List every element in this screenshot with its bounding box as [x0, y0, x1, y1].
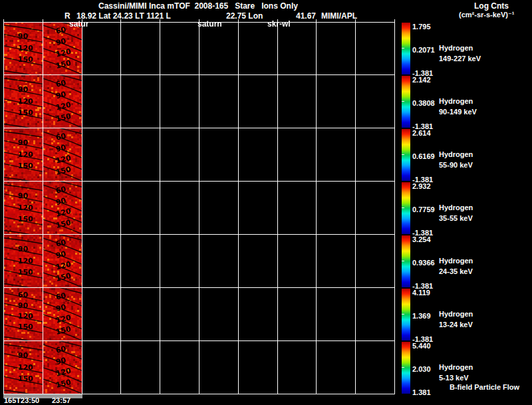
panel-energy-label: 90-149 keV — [439, 108, 477, 116]
event-label: satur — [69, 20, 88, 27]
grid-line-vertical — [394, 22, 395, 394]
colorbar-mid-label: 1.369 — [412, 313, 431, 320]
ephemeris-values: 18.92 Lat 24.23 LT 1121 L — [76, 12, 171, 20]
colorbar-max-label: 5.440 — [412, 342, 431, 350]
grid-line-vertical — [316, 22, 317, 394]
plot-title: Cassini/MIMI Inca mTOF 2008-165 Stare Io… — [98, 2, 298, 10]
colorbar-mid-label: 0.3808 — [412, 100, 435, 107]
colorbar — [402, 23, 410, 74]
colorbar-mid-label: 0.2071 — [412, 47, 435, 54]
time-tick-label: 23:57 — [52, 397, 70, 404]
grid-line-vertical — [3, 22, 4, 394]
panel-energy-label: 24-35 keV — [439, 268, 473, 275]
event-label: saturn — [198, 20, 222, 27]
panel-species-label: Hydrogen — [439, 257, 473, 265]
panel-species-label: Hydrogen — [439, 45, 473, 52]
grid-line-vertical — [238, 22, 239, 394]
grid-line-vertical — [160, 22, 160, 394]
grid-line-vertical — [199, 22, 200, 394]
event-label: skr-wl — [267, 20, 291, 27]
grid-line-vertical — [82, 22, 82, 394]
colorbar-mid-tick — [402, 154, 404, 155]
colorbar — [402, 76, 410, 128]
mimi-apl-label: MIMI/APL — [321, 12, 357, 20]
colorbar-mid-label: 2.030 — [412, 366, 431, 373]
colorbar-max-label: 2.932 — [412, 183, 431, 190]
colorbar — [402, 342, 410, 394]
colorbar-title: Log Cnts — [474, 2, 509, 10]
panel-species-label: Hydrogen — [439, 364, 473, 371]
colorbar-units: (cm²-sr-s-keV)⁻¹ — [459, 11, 514, 19]
lon-value: 22.75 Lon — [226, 12, 263, 20]
colorbar-mid-tick — [402, 101, 404, 102]
grid-line-vertical — [120, 22, 121, 394]
colorbar-max-label: 2.614 — [412, 130, 431, 137]
bfield-flow-label: B-field Particle Flow — [450, 384, 519, 391]
panel-energy-label: 5-13 keV — [439, 374, 469, 382]
colorbar-mid-tick — [402, 48, 404, 49]
colorbar-max-label: 4.119 — [412, 289, 430, 297]
colorbar-mid-label: 0.9366 — [412, 259, 435, 267]
grid-line-vertical — [355, 22, 356, 394]
panel-species-label: Hydrogen — [439, 204, 473, 211]
r-lat-lt-l-prefix: R — [65, 12, 70, 20]
colorbar-max-label: 2.142 — [412, 76, 431, 84]
colorbar — [402, 289, 410, 340]
cassini-mimi-inca-spectrogram: Cassini/MIMI Inca mTOF 2008-165 Stare Io… — [0, 0, 532, 405]
extra-value: 41.67 — [296, 12, 316, 20]
panel-energy-label: 55-90 keV — [439, 162, 473, 169]
colorbar-max-label: 1.795 — [412, 23, 431, 31]
colorbar-mid-label: 0.7759 — [412, 206, 435, 213]
colorbar — [402, 129, 410, 181]
colorbar-mid-tick — [402, 207, 404, 208]
grid-line-vertical — [43, 22, 43, 394]
grid-line-vertical — [277, 22, 278, 394]
plot-area — [3, 22, 394, 394]
colorbar-mid-tick — [402, 261, 404, 261]
panel-species-label: Hydrogen — [439, 311, 473, 318]
panel-energy-label: 35-55 keV — [439, 215, 473, 222]
panel-energy-label: 13-24 keV — [439, 321, 473, 329]
colorbar-mid-tick — [402, 367, 404, 368]
colorbar-mid-tick — [402, 314, 404, 315]
colorbar-mid-label: 0.6169 — [412, 153, 435, 160]
colorbar — [402, 182, 410, 234]
colorbar-min-label: 1.381 — [412, 389, 431, 396]
time-start-label: 165T23:50 — [4, 397, 39, 404]
panel-species-label: Hydrogen — [439, 151, 473, 158]
panel-energy-label: 149-227 keV — [439, 55, 481, 63]
colorbar-max-label: 3.254 — [412, 236, 431, 243]
panel-species-label: Hydrogen — [439, 98, 473, 105]
colorbar — [402, 235, 410, 287]
